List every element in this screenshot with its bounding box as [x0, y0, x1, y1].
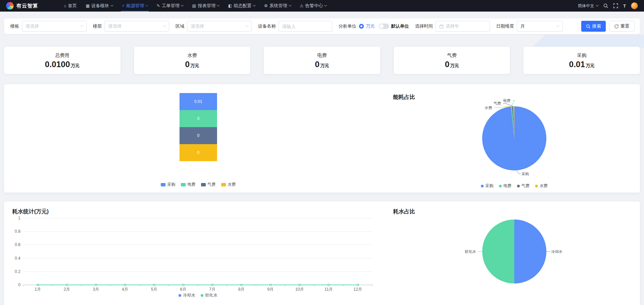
main-nav: ⌂ 首页 ▦ 设备模块 ⚡ 能源管理 ✎ 工单管理 ▤ 报表管理 ◧ 组态配置: [59, 0, 331, 12]
grid-icon: ▦: [86, 3, 89, 8]
chevron-down-icon: [557, 24, 559, 27]
legend-item-purchase[interactable]: 采购: [161, 182, 175, 187]
legend-item-gas[interactable]: 气费: [517, 183, 530, 189]
legend-marker: [178, 294, 181, 297]
stat-label: 气费: [447, 52, 457, 59]
svg-text:3月: 3月: [93, 287, 99, 292]
floor-placeholder: 请选择: [108, 23, 121, 29]
stat-card-purchase: 采购 0.01万元: [524, 47, 640, 74]
stat-card-water-cost: 水费 0万元: [134, 47, 251, 74]
legend-item-gas[interactable]: 气费: [201, 182, 216, 187]
pie-label-water: 水费: [485, 105, 492, 110]
chevron-down-icon: [145, 4, 148, 6]
search-icon[interactable]: [603, 3, 608, 8]
legend-marker: [181, 183, 186, 186]
unit-wanyuan-radio[interactable]: 万元: [359, 23, 375, 29]
nav-item-work-order[interactable]: ✎ 工单管理: [152, 0, 188, 12]
default-unit-switch[interactable]: [379, 24, 389, 29]
svg-text:10月: 10月: [295, 287, 304, 292]
svg-text:9月: 9月: [267, 287, 274, 292]
year-picker[interactable]: 选择年: [435, 21, 490, 32]
stat-label: 电费: [317, 52, 327, 59]
svg-text:1月: 1月: [34, 287, 41, 292]
legend-label: 软化水: [205, 292, 217, 298]
chevron-down-icon: [288, 4, 291, 6]
home-icon: ⌂: [64, 3, 66, 8]
chevron-down-icon: [163, 24, 166, 27]
pie-label-cooling-water: 冷却水: [551, 249, 562, 254]
nav-label: 组态配置: [234, 3, 252, 9]
stat-value: 0.01万元: [569, 60, 595, 68]
select-time-label: 选择时间: [415, 23, 433, 29]
nav-item-home[interactable]: ⌂ 首页: [59, 0, 81, 12]
search-icon: [586, 24, 590, 29]
bolt-icon: ⚡: [122, 3, 125, 8]
energy-pie-legend: 采购 电费 气费 水费: [481, 183, 548, 189]
background-decoration: [531, 35, 644, 48]
water-stats-card: 耗水统计(万元) 00.20.40.60.811月2月3月4月5月6月7月8月9…: [4, 201, 640, 305]
stacked-bar-chart: 0.01000: [180, 93, 217, 161]
legend-item-softened-water[interactable]: 软化水: [201, 292, 217, 298]
device-name-label: 设备名称: [258, 23, 276, 29]
nav-item-alarm-center[interactable]: ⚠ 告警中心: [296, 0, 331, 12]
svg-text:6月: 6月: [180, 287, 187, 292]
water-pie-chart: [482, 219, 547, 285]
chevron-down-icon: [324, 4, 327, 6]
app-logo[interactable]: 有云智算: [6, 2, 38, 10]
nav-label: 工单管理: [162, 3, 180, 9]
legend-marker: [517, 185, 520, 187]
legend-item-water[interactable]: 水费: [221, 182, 236, 187]
legend-item-cooling-water[interactable]: 冷却水: [178, 292, 195, 298]
legend-item-electricity[interactable]: 电费: [499, 183, 512, 189]
legend-label: 采购: [485, 183, 493, 189]
svg-text:2月: 2月: [64, 287, 70, 292]
analysis-unit-label: 分析单位: [339, 23, 356, 29]
bar-chart-legend: 采购 电费 气费 水费: [161, 182, 236, 187]
legend-item-electricity[interactable]: 电费: [181, 182, 196, 187]
area-label: 区域: [175, 23, 184, 29]
building-placeholder: 请选择: [26, 23, 39, 29]
search-button[interactable]: 搜索: [581, 21, 606, 32]
nav-label: 设备模块: [91, 3, 109, 9]
stat-value: 0.0100万元: [45, 60, 80, 68]
floor-select[interactable]: 请选择: [104, 21, 169, 32]
alert-icon: ⚠: [300, 3, 304, 8]
legend-item-purchase[interactable]: 采购: [481, 183, 493, 189]
water-line-chart: 00.20.40.60.811月2月3月4月5月6月7月8月9月10月11月12…: [4, 201, 390, 297]
nav-label: 告警中心: [305, 3, 323, 9]
stat-value: 0万元: [185, 60, 199, 68]
switch-knob: [380, 24, 384, 28]
nav-item-device-module[interactable]: ▦ 设备模块: [81, 0, 117, 12]
calendar-icon: [439, 24, 444, 29]
stat-card-electricity-cost: 电费 0万元: [264, 47, 380, 74]
device-name-input[interactable]: [278, 21, 332, 32]
building-select[interactable]: 请选择: [22, 21, 87, 32]
nav-label: 能源管理: [126, 3, 144, 9]
logo-icon: [6, 2, 14, 10]
radio-checked-icon: [359, 24, 364, 29]
nav-item-report-management[interactable]: ▤ 报表管理: [188, 0, 224, 12]
pie-label-purchase: 采购: [521, 171, 529, 177]
chevron-down-icon: [246, 24, 248, 27]
area-select[interactable]: 请选择: [187, 21, 252, 32]
pie-label-softened-water: 软化水: [465, 249, 476, 254]
svg-text:5月: 5月: [151, 287, 157, 292]
chevron-down-icon: [181, 4, 184, 6]
language-selector[interactable]: 简体中文: [578, 3, 598, 9]
fullscreen-icon[interactable]: [613, 3, 618, 8]
nav-item-system-management[interactable]: ⚙ 系统管理: [260, 0, 296, 12]
avatar[interactable]: [631, 2, 638, 9]
building-label: 楼栋: [10, 23, 19, 29]
stat-label: 总费用: [55, 52, 69, 59]
nav-item-energy-management[interactable]: ⚡ 能源管理: [117, 0, 152, 12]
nav-item-configuration[interactable]: ◧ 组态配置: [224, 0, 259, 12]
svg-text:0.6: 0.6: [15, 242, 20, 247]
legend-marker: [499, 185, 502, 187]
svg-text:11月: 11月: [325, 287, 333, 292]
water-line-legend: 冷却水 软化水: [178, 292, 217, 298]
pie-label-electricity: 电费: [503, 98, 511, 103]
reset-button[interactable]: 重置: [609, 21, 634, 32]
font-size-icon[interactable]: T: [623, 3, 626, 9]
legend-item-water[interactable]: 水费: [535, 183, 548, 189]
date-dimension-select[interactable]: 月: [517, 21, 563, 32]
